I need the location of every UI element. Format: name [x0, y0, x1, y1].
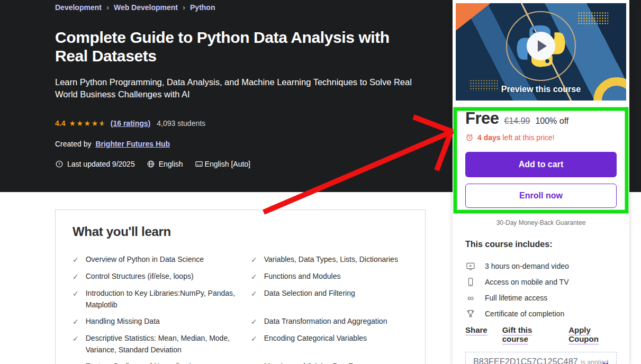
check-icon: ✓ [251, 360, 257, 364]
play-icon [538, 40, 547, 52]
learn-item: ✓Data Selection and Filtering [251, 287, 408, 311]
urgency-text: left at this price! [502, 133, 554, 142]
infinity-icon: ∞ [465, 294, 476, 303]
urgency-days: 4 days [477, 133, 501, 142]
breadcrumb-python[interactable]: Python [190, 3, 215, 12]
applied-coupon-box: B83FEF2D1C57C125C487is applied Instructo… [465, 352, 617, 364]
half-star-icon: ★★ [99, 120, 106, 127]
preview-course-label: Preview this course [456, 85, 626, 94]
course-includes: This course includes: 3 hours on-demand … [453, 240, 629, 322]
check-icon: ✓ [73, 315, 79, 327]
enroll-now-button[interactable]: Enroll now [465, 184, 617, 208]
students-count: 4,093 students [157, 119, 205, 128]
learn-list: ✓Overview of Python in Data Science ✓Var… [73, 253, 408, 364]
discount-percent: 100% off [535, 116, 568, 126]
add-to-cart-button[interactable]: Add to cart [465, 152, 617, 177]
apply-coupon-link[interactable]: Apply Coupon [568, 325, 617, 343]
learn-item: ✓Overview of Python in Data Science [73, 253, 251, 266]
share-link[interactable]: Share [465, 325, 487, 343]
check-icon: ✓ [73, 360, 79, 364]
check-icon: ✓ [251, 253, 257, 266]
globe-icon [147, 160, 155, 168]
learn-item: ✓Introduction to Key Libraries:NumPy, Pa… [73, 287, 251, 311]
star-icon: ★ [84, 120, 92, 127]
created-by-label: Created by [55, 140, 91, 148]
learn-item: ✓Handling Missing Data [73, 315, 251, 327]
breadcrumb-development[interactable]: Development [55, 3, 102, 12]
star-icon: ★ [92, 120, 99, 127]
remove-coupon-button[interactable]: × [602, 360, 609, 364]
check-icon: ✓ [251, 315, 257, 327]
thumbnail-decor-triangle [456, 3, 491, 31]
alarm-clock-icon [465, 133, 474, 142]
gift-course-link[interactable]: Gift this course [502, 325, 554, 343]
captions-icon [195, 160, 203, 168]
check-icon: ✓ [251, 332, 257, 356]
trophy-icon [466, 309, 475, 319]
learn-item: ✓Descriptive Statistics: Mean, Median, M… [73, 332, 251, 356]
includes-item: 3 hours on-demand video [465, 258, 617, 274]
course-landing-page: Development › Web Development › Python C… [0, 0, 641, 364]
last-updated: Last updated 9/2025 [55, 160, 135, 168]
money-back-guarantee: 30-Day Money-Back Guarantee [465, 219, 617, 226]
current-price: Free [465, 109, 499, 128]
star-icon: ★ [77, 120, 84, 127]
course-preview-video[interactable]: Preview this course [456, 3, 626, 101]
learn-item: ✓Variables, Data Types, Lists, Dictionar… [251, 253, 408, 266]
course-captions: English [Auto] [195, 160, 250, 168]
course-title: Complete Guide to Python Data Analysis w… [55, 28, 415, 65]
mobile-icon [466, 277, 475, 287]
creator-link[interactable]: Brighter Futures Hub [95, 140, 170, 148]
ratings-count-link[interactable]: (16 ratings) [111, 119, 150, 128]
original-price: €14.99 [504, 116, 530, 126]
what-youll-learn-card: What you'll learn ✓Overview of Python in… [55, 210, 426, 364]
course-subtitle: Learn Python Programming, Data Analysis,… [55, 76, 413, 101]
star-rating-icon: ★★★★★★ [69, 120, 106, 127]
coupon-code: B83FEF2D1C57C125C487 [473, 357, 578, 364]
check-icon: ✓ [73, 253, 79, 266]
update-icon [55, 160, 64, 168]
rating-value: 4.4 [55, 119, 65, 128]
created-by-row: Created by Brighter Futures Hub [55, 140, 415, 148]
sidebar-actions: Share Gift this course Apply Coupon [453, 325, 629, 343]
close-icon: × [602, 359, 609, 364]
play-button[interactable] [527, 32, 555, 60]
course-language: English [147, 160, 183, 168]
learn-item: ✓Control Structures (if/else, loops) [73, 270, 251, 283]
breadcrumb-web-development[interactable]: Web Development [114, 3, 178, 12]
chevron-right-icon: › [183, 3, 185, 12]
includes-item: ∞ Full lifetime access [465, 290, 617, 306]
check-icon: ✓ [73, 287, 79, 311]
includes-heading: This course includes: [465, 240, 617, 249]
learn-item: ✓Functions and Modules [251, 270, 408, 283]
learn-heading: What you'll learn [73, 224, 408, 239]
star-icon: ★ [69, 120, 76, 127]
price-urgency: 4 days left at this price! [465, 133, 617, 142]
includes-item: Certificate of completion [465, 306, 617, 322]
purchase-sidebar: Preview this course Free €14.99 100% off… [453, 0, 629, 364]
price-block: Free €14.99 100% off 4 days left at this… [453, 101, 629, 226]
check-icon: ✓ [73, 270, 79, 283]
chevron-right-icon: › [106, 3, 109, 12]
breadcrumb: Development › Web Development › Python [55, 3, 415, 12]
learn-item: ✓Encoding Categorical Variables [251, 332, 408, 356]
learn-item: ✓Feature Scaling and Normalization [73, 360, 251, 364]
thumbnail-decor-dots [577, 12, 608, 24]
includes-item: Access on mobile and TV [465, 274, 617, 290]
rating-row: 4.4 ★★★★★★ (16 ratings) 4,093 students [55, 119, 415, 128]
check-icon: ✓ [251, 287, 257, 311]
check-icon: ✓ [73, 332, 79, 356]
learn-item: ✓Merging and Joining DataFrames [251, 360, 408, 364]
check-icon: ✓ [251, 270, 257, 283]
course-meta-row: Last updated 9/2025 English English [Aut… [55, 160, 415, 168]
learn-item: ✓Data Transformation and Aggregation [251, 315, 408, 327]
ondemand-video-icon [466, 261, 475, 271]
